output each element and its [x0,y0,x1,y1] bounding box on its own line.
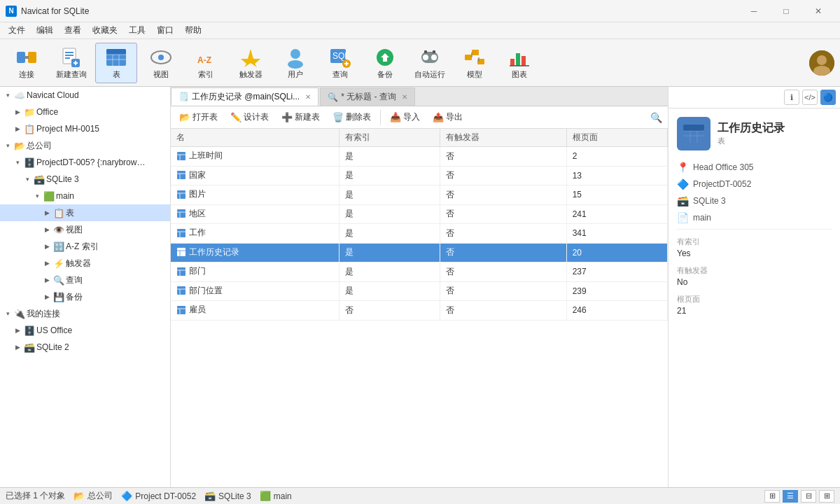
ddl-button[interactable]: </> [802,90,818,105]
menu-favorites[interactable]: 收藏夹 [87,23,123,38]
project-dt-arrow[interactable]: ▾ [13,158,22,167]
menu-view[interactable]: 查看 [59,23,87,38]
tab-history-close[interactable]: ✕ [305,93,311,101]
minimize-button[interactable]: ─ [738,0,770,22]
close-button[interactable]: ✕ [802,0,834,22]
sidebar-item-index[interactable]: ▶ 🔡 A-Z 索引 [0,238,170,255]
rp-has-index-value: Yes [677,248,832,258]
tool-connect-label: 连接 [19,70,34,79]
tool-user[interactable]: 用户 [274,43,316,83]
sidebar-item-query[interactable]: ▶ 🔍 查询 [0,272,170,288]
table-row[interactable]: 图片 是 否 15 [171,186,668,205]
tab-history[interactable]: 🗒️ 工作历史记录 @main(SQLi... ✕ [171,88,318,106]
tool-new-query[interactable]: 新建查询 [50,43,92,83]
rp-table-type: 表 [718,136,785,146]
table-row[interactable]: 国家 是 否 13 [171,166,668,186]
company-arrow[interactable]: ▾ [3,141,13,150]
sidebar-item-my-connections[interactable]: ▾ 🔌 我的连接 [0,305,170,322]
my-connections-arrow[interactable]: ▾ [3,309,13,318]
tab-untitled[interactable]: 🔍 * 无标题 - 查询 ✕ [320,88,415,106]
status-project: 🔷 Project DT-0052 [121,491,196,501]
menu-window[interactable]: 窗口 [151,23,179,38]
tool-trigger[interactable]: 触发器 [230,43,272,83]
menu-file[interactable]: 文件 [3,23,31,38]
preview-button[interactable]: 🔵 [820,90,836,105]
project-mh-arrow[interactable]: ▶ [13,124,22,134]
user-avatar[interactable] [809,50,834,76]
index-node-arrow[interactable]: ▶ [42,241,52,251]
detail-view-button[interactable]: ⊟ [801,490,816,503]
sidebar-item-navicat-cloud[interactable]: ▾ ☁️ Navicat Cloud [0,87,170,104]
sqlite2-arrow[interactable]: ▶ [13,342,22,352]
navicat-cloud-arrow[interactable]: ▾ [3,90,13,100]
main-arrow[interactable]: ▾ [32,191,42,201]
folder-icon: 📁 [24,106,35,118]
info-button[interactable]: ℹ [784,90,799,105]
tool-connect[interactable]: 连接 [6,43,48,83]
table-node-arrow[interactable]: ▶ [42,208,52,218]
search-button[interactable]: 🔍 [647,108,665,127]
rp-root-page-value: 21 [677,306,832,316]
import-button[interactable]: 📥 导入 [384,108,426,126]
tool-model[interactable]: 模型 [454,43,496,83]
sidebar-item-office[interactable]: ▶ 📁 Office [0,104,170,120]
cell-has-trigger: 否 [440,166,566,186]
view-node-arrow[interactable]: ▶ [42,225,52,234]
svg-rect-11 [106,49,126,55]
tool-query[interactable]: SQL 查询 [319,43,361,83]
design-table-button[interactable]: ✏️ 设计表 [225,108,274,126]
tool-query-label: 查询 [332,70,348,79]
sidebar-item-trigger[interactable]: ▶ ⚡ 触发器 [0,255,170,272]
right-panel-header: ℹ </> 🔵 [668,87,840,108]
sidebar-item-table[interactable]: ▶ 📋 表 [0,204,170,221]
list-view-button[interactable]: ☰ [783,490,798,503]
us-office-arrow[interactable]: ▶ [13,326,22,335]
cell-root-page: 241 [566,204,667,224]
sidebar-item-backup[interactable]: ▶ 💾 备份 [0,288,170,305]
tool-chart[interactable]: 图表 [498,43,540,83]
db-status-icon: 🗃️ [204,491,216,501]
sqlite3-arrow[interactable]: ▾ [22,174,32,184]
table-row[interactable]: 部门位置 是 否 239 [171,281,668,301]
table-row[interactable]: 工作历史记录 是 否 20 [171,243,668,262]
sidebar-item-project-dt[interactable]: ▾ 🗄️ ProjectDT-005? {:narybrown@ [0,154,170,171]
new-table-button[interactable]: ➕ 新建表 [276,108,326,126]
trigger-node-arrow[interactable]: ▶ [42,258,52,268]
tool-backup[interactable]: 备份 [364,43,406,83]
rp-location: Head Office 305 [693,162,754,172]
export-button[interactable]: 📤 导出 [427,108,468,126]
company-icon: 📂 [14,140,25,151]
sidebar-item-sqlite3[interactable]: ▾ 🗃️ SQLite 3 [0,171,170,188]
maximize-button[interactable]: □ [770,0,802,22]
table-row[interactable]: 地区 是 否 241 [171,204,668,224]
menu-help[interactable]: 帮助 [179,23,207,38]
rp-has-trigger-label: 有触发器 [677,265,832,276]
tool-view[interactable]: 视图 [140,43,182,83]
grid-view-button[interactable]: ⊞ [764,490,780,503]
table-row[interactable]: 雇员 否 否 246 [171,301,668,321]
sidebar-item-view[interactable]: ▶ 👁️ 视图 [0,221,170,238]
table-row[interactable]: 部门 是 否 237 [171,262,668,282]
tab-untitled-close[interactable]: ✕ [402,93,407,101]
tool-auto-run-label: 自动运行 [414,70,445,79]
delete-table-button[interactable]: 🗑️ 删除表 [327,108,377,126]
table-row[interactable]: 工作 是 否 341 [171,224,668,244]
cell-has-trigger: 否 [440,281,566,301]
er-view-button[interactable]: ⊞ [819,490,834,503]
office-arrow[interactable]: ▶ [13,107,22,117]
open-table-button[interactable]: 📂 打开表 [174,108,223,126]
tool-table[interactable]: 表 [95,43,137,83]
sidebar-item-main[interactable]: ▾ 🟩 main [0,188,170,204]
sidebar-item-company[interactable]: ▾ 📂 总公司 [0,137,170,154]
table-row[interactable]: 上班时间 是 否 2 [171,147,668,167]
tool-auto-run[interactable]: 自动运行 [409,43,451,83]
status-selection: 已选择 1 个对象 [6,490,65,502]
menu-edit[interactable]: 编辑 [31,23,59,38]
tool-index[interactable]: A-Z 索引 [185,43,227,83]
sidebar-item-project-mh[interactable]: ▶ 📋 Project MH-0015 [0,120,170,137]
query-node-arrow[interactable]: ▶ [42,275,52,285]
menu-tools[interactable]: 工具 [123,23,151,38]
sidebar-item-us-office[interactable]: ▶ 🗄️ US Office [0,322,170,339]
sidebar-item-sqlite2[interactable]: ▶ 🗃️ SQLite 2 [0,339,170,356]
backup-node-arrow[interactable]: ▶ [42,292,52,302]
